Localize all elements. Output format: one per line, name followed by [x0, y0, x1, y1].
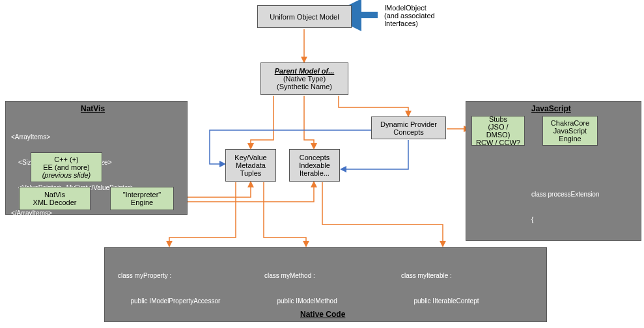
node-cpp-ee: C++ (+) EE (and more) (previous slide) [31, 152, 102, 182]
native-myproperty: class myProperty : public IModelProperty… [118, 254, 220, 328]
node-chakracore-engine: ChakraCore JavaScript Engine [542, 116, 598, 146]
panel-javascript: JavaScript Stubs (JSO / DMSO) RCW / CCW?… [466, 101, 641, 241]
annotation-imodelobject: IModelObject (and associated Interfaces) [384, 4, 435, 27]
node-key-value-metadata: Key/Value Metadata Tuples [225, 149, 276, 182]
node-concepts-indexable-iterable: Concepts Indexable Iterable... [289, 149, 340, 182]
label: Uniform Object Model [270, 13, 339, 21]
node-natvis-xml-decoder: NatVis XML Decoder [19, 187, 91, 210]
node-uniform-object-model: Uniform Object Model [257, 5, 352, 28]
node-stubs: Stubs (JSO / DMSO) RCW / CCW? [471, 116, 525, 146]
native-myiterable: class myIterable : public IIterableConte… [401, 254, 503, 328]
node-parent-model: Parent Model of... (Native Type) (Synthe… [260, 62, 348, 95]
panel-native-code: class myProperty : public IModelProperty… [104, 247, 547, 322]
node-interpreter-engine: "Interpreter" Engine [110, 187, 174, 210]
node-dynamic-provider-concepts: Dynamic Provider Concepts [371, 116, 446, 139]
panel-natvis: NatVis <ArrayItems> <Size>_Mylast - _Myf… [5, 101, 188, 215]
